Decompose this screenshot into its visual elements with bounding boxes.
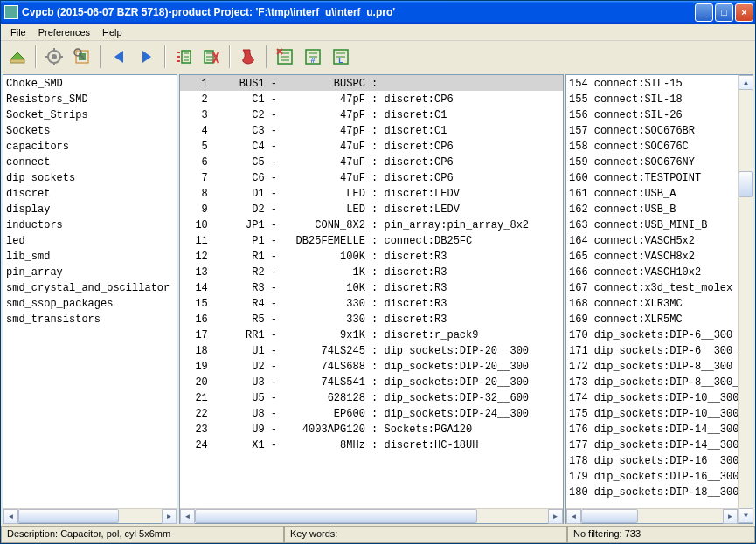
- pdf-button[interactable]: [235, 44, 261, 70]
- list-item[interactable]: 168 connect:XLR3MC: [566, 295, 738, 311]
- scroll-right-icon[interactable]: ►: [548, 509, 563, 524]
- list-item[interactable]: 10 JP1 - CONN_8X2 : pin_array:pin_array_…: [180, 217, 563, 232]
- list-item[interactable]: 177 dip_sockets:DIP-14__300_E: [566, 437, 738, 452]
- list-item[interactable]: 5 C4 - 47uF : discret:CP6: [180, 138, 563, 154]
- list-item[interactable]: 171 dip_sockets:DIP-6__300_EI: [566, 342, 738, 358]
- scroll-left-icon[interactable]: ◄: [180, 509, 195, 524]
- settings-button[interactable]: [41, 44, 67, 70]
- list-item[interactable]: connect: [3, 154, 177, 169]
- list-item[interactable]: capacitors: [3, 138, 177, 154]
- list-item[interactable]: 155 connect:SIL-18: [566, 91, 738, 107]
- list-item[interactable]: 11 P1 - DB25FEMELLE : connect:DB25FC: [180, 232, 563, 248]
- list-item[interactable]: 167 connect:x3d_test_molex: [566, 279, 738, 295]
- delete-associations-button[interactable]: [198, 44, 225, 70]
- list-item[interactable]: 3 C2 - 47pF : discret:C1: [180, 107, 563, 122]
- list-item[interactable]: 173 dip_sockets:DIP-8__300_EI: [566, 374, 738, 389]
- list-item[interactable]: Resistors_SMD: [3, 91, 177, 107]
- menu-file[interactable]: File: [4, 25, 32, 39]
- list-item[interactable]: 1 BUS1 - BUSPC :: [180, 75, 563, 91]
- library-list[interactable]: Choke_SMDResistors_SMDSocket_StripsSocke…: [3, 75, 177, 508]
- list-item[interactable]: 4 C3 - 47pF : discret:C1: [180, 122, 563, 138]
- list-item[interactable]: 9 D2 - LED : discret:LEDV: [180, 201, 563, 217]
- list-item[interactable]: led: [3, 232, 177, 248]
- list-item[interactable]: 172 dip_sockets:DIP-8__300: [566, 358, 738, 374]
- list-item[interactable]: display: [3, 201, 177, 217]
- list-item[interactable]: 169 connect:XLR5MC: [566, 311, 738, 327]
- scroll-right-icon[interactable]: ►: [723, 509, 738, 524]
- list-item[interactable]: 154 connect:SIL-15: [566, 75, 738, 91]
- list-item[interactable]: smd_transistors: [3, 311, 177, 327]
- maximize-button[interactable]: □: [715, 3, 733, 22]
- list-item[interactable]: 179 dip_sockets:DIP-16__300_E: [566, 468, 738, 484]
- list-item[interactable]: 7 C6 - 47uF : discret:CP6: [180, 169, 563, 185]
- list-item[interactable]: smd_ssop_packages: [3, 295, 177, 311]
- list-item[interactable]: 23 U9 - 4003APG120 : Sockets:PGA120: [180, 421, 563, 437]
- menu-help[interactable]: Help: [96, 25, 128, 39]
- list-item[interactable]: 164 connect:VASCH5x2: [566, 232, 738, 248]
- list-item[interactable]: 178 dip_sockets:DIP-16__300: [566, 452, 738, 468]
- list-item[interactable]: dip_sockets: [3, 169, 177, 185]
- list-item[interactable]: 6 C5 - 47uF : discret:CP6: [180, 154, 563, 169]
- list-item[interactable]: 12 R1 - 100K : discret:R3: [180, 248, 563, 264]
- filter-library-button[interactable]: L: [328, 44, 354, 70]
- list-item[interactable]: 176 dip_sockets:DIP-14__300: [566, 421, 738, 437]
- list-item[interactable]: 20 U3 - 74LS541 : dip_sockets:DIP-20__30…: [180, 374, 563, 389]
- list-item[interactable]: Socket_Strips: [3, 107, 177, 122]
- close-button[interactable]: ×: [735, 3, 753, 22]
- list-item[interactable]: 170 dip_sockets:DIP-6__300: [566, 327, 738, 342]
- list-item[interactable]: 15 R4 - 330 : discret:R3: [180, 295, 563, 311]
- filter-keywords-button[interactable]: [272, 44, 298, 70]
- h-scrollbar[interactable]: ◄ ►: [180, 508, 563, 523]
- list-item[interactable]: 174 dip_sockets:DIP-10__300: [566, 389, 738, 405]
- list-item[interactable]: 13 R2 - 1K : discret:R3: [180, 264, 563, 279]
- h-scrollbar[interactable]: ◄ ►: [3, 508, 177, 523]
- list-item[interactable]: pin_array: [3, 264, 177, 279]
- filter-pincount-button[interactable]: #: [300, 44, 326, 70]
- view-footprint-button[interactable]: [69, 44, 95, 70]
- prev-button[interactable]: [106, 44, 132, 70]
- list-item[interactable]: 22 U8 - EP600 : dip_sockets:DIP-24__300: [180, 405, 563, 421]
- menu-preferences[interactable]: Preferences: [32, 25, 96, 39]
- component-list[interactable]: 1 BUS1 - BUSPC : 2 C1 - 47pF : discret:C…: [180, 75, 563, 508]
- list-item[interactable]: 2 C1 - 47pF : discret:CP6: [180, 91, 563, 107]
- list-item[interactable]: 159 connect:SOC676NY: [566, 154, 738, 169]
- list-item[interactable]: Choke_SMD: [3, 75, 177, 91]
- auto-associate-button[interactable]: [170, 44, 197, 70]
- list-item[interactable]: 24 X1 - 8MHz : discret:HC-18UH: [180, 437, 563, 452]
- minimize-button[interactable]: _: [695, 3, 713, 22]
- scroll-up-icon[interactable]: ▲: [739, 75, 753, 90]
- list-item[interactable]: 21 U5 - 628128 : dip_sockets:DIP-32__600: [180, 389, 563, 405]
- list-item[interactable]: 161 connect:USB_A: [566, 185, 738, 201]
- list-item[interactable]: 8 D1 - LED : discret:LEDV: [180, 185, 563, 201]
- list-item[interactable]: smd_crystal_and_oscillator: [3, 279, 177, 295]
- list-item[interactable]: 162 connect:USB_B: [566, 201, 738, 217]
- next-button[interactable]: [134, 44, 160, 70]
- list-item[interactable]: 163 connect:USB_MINI_B: [566, 217, 738, 232]
- list-item[interactable]: discret: [3, 185, 177, 201]
- list-item[interactable]: 14 R3 - 10K : discret:R3: [180, 279, 563, 295]
- list-item[interactable]: 19 U2 - 74LS688 : dip_sockets:DIP-20__30…: [180, 358, 563, 374]
- footprint-list[interactable]: 154 connect:SIL-15155 connect:SIL-18156 …: [566, 75, 753, 508]
- list-item[interactable]: 165 connect:VASCH8x2: [566, 248, 738, 264]
- list-item[interactable]: 16 R5 - 330 : discret:R3: [180, 311, 563, 327]
- v-scrollbar[interactable]: ▲ ▼: [738, 75, 753, 523]
- scroll-left-icon[interactable]: ◄: [3, 509, 18, 524]
- list-item[interactable]: 175 dip_sockets:DIP-10__300_E: [566, 405, 738, 421]
- list-item[interactable]: 180 dip_sockets:DIP-18__300: [566, 484, 738, 499]
- save-button[interactable]: [4, 44, 31, 70]
- scroll-left-icon[interactable]: ◄: [566, 509, 581, 524]
- list-item[interactable]: Sockets: [3, 122, 177, 138]
- scroll-right-icon[interactable]: ►: [162, 509, 177, 524]
- list-item[interactable]: 157 connect:SOC676BR: [566, 122, 738, 138]
- svg-text:#: #: [310, 56, 315, 65]
- list-item[interactable]: 17 RR1 - 9x1K : discret:r_pack9: [180, 327, 563, 342]
- list-item[interactable]: 158 connect:SOC676C: [566, 138, 738, 154]
- h-scrollbar[interactable]: ◄ ►: [566, 508, 753, 523]
- list-item[interactable]: inductors: [3, 217, 177, 232]
- list-item[interactable]: lib_smd: [3, 248, 177, 264]
- list-item[interactable]: 156 connect:SIL-26: [566, 107, 738, 122]
- list-item[interactable]: 160 connect:TESTPOINT: [566, 169, 738, 185]
- scroll-down-icon[interactable]: ▼: [739, 508, 753, 523]
- list-item[interactable]: 18 U1 - 74LS245 : dip_sockets:DIP-20__30…: [180, 342, 563, 358]
- list-item[interactable]: 166 connect:VASCH10x2: [566, 264, 738, 279]
